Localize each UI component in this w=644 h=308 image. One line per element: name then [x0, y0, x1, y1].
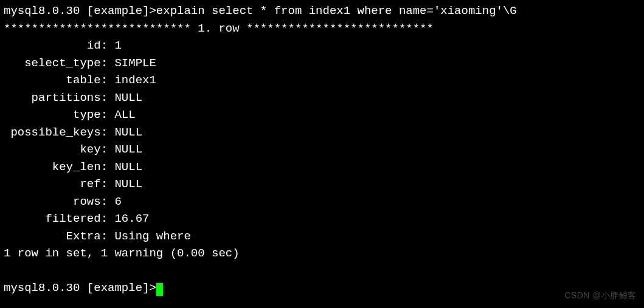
field-label: id — [4, 37, 101, 55]
explain-field-row: partitions: NULL — [4, 89, 640, 107]
watermark-text: CSDN @小胖鲸客 — [564, 289, 637, 302]
explain-field-row: select_type: SIMPLE — [4, 55, 640, 72]
explain-field-row: id: 1 — [4, 37, 640, 55]
next-prompt-line[interactable]: mysql8.0.30 [example]> — [4, 279, 640, 297]
field-separator: : — [101, 193, 115, 211]
explain-field-row: table: index1 — [4, 72, 640, 89]
field-label: possible_keys — [4, 124, 101, 142]
field-label: select_type — [4, 55, 101, 72]
field-value: SIMPLE — [114, 55, 640, 72]
explain-field-row: rows: 6 — [4, 193, 640, 211]
field-separator: : — [101, 106, 115, 124]
field-value: 16.67 — [114, 210, 640, 228]
result-summary: 1 row in set, 1 warning (0.00 sec) — [4, 245, 640, 262]
field-separator: : — [101, 141, 115, 159]
explain-field-row: filtered: 16.67 — [4, 210, 640, 228]
prompt-text: mysql8.0.30 [example]> — [4, 4, 156, 18]
explain-field-row: type: ALL — [4, 106, 640, 124]
field-separator: : — [101, 159, 115, 176]
field-label: key — [4, 141, 101, 159]
explain-field-row: ref: NULL — [4, 176, 640, 193]
field-label: Extra — [4, 228, 101, 245]
field-separator: : — [101, 89, 115, 107]
field-separator: : — [101, 55, 115, 72]
prompt-text-2: mysql8.0.30 [example]> — [4, 281, 156, 295]
field-separator: : — [101, 37, 115, 55]
field-label: partitions — [4, 89, 101, 107]
explain-output: id: 1select_type: SIMPLEtable: index1par… — [4, 37, 640, 245]
blank-line — [4, 262, 640, 280]
field-value: NULL — [114, 124, 640, 142]
explain-field-row: key_len: NULL — [4, 159, 640, 176]
field-value: 1 — [114, 37, 640, 55]
field-label: rows — [4, 193, 101, 211]
field-separator: : — [101, 72, 115, 89]
field-value: NULL — [114, 89, 640, 107]
field-label: table — [4, 72, 101, 89]
field-value: Using where — [114, 228, 640, 245]
row-separator: *************************** 1. row *****… — [4, 20, 640, 38]
field-label: type — [4, 106, 101, 124]
command-line[interactable]: mysql8.0.30 [example]>explain select * f… — [4, 2, 640, 20]
field-value: NULL — [114, 141, 640, 159]
field-label: ref — [4, 176, 101, 193]
field-value: NULL — [114, 159, 640, 176]
field-value: 6 — [114, 193, 640, 211]
field-value: NULL — [114, 176, 640, 193]
field-separator: : — [101, 210, 115, 228]
explain-field-row: key: NULL — [4, 141, 640, 159]
field-separator: : — [101, 124, 115, 142]
explain-field-row: possible_keys: NULL — [4, 124, 640, 142]
field-value: index1 — [114, 72, 640, 89]
field-separator: : — [101, 176, 115, 193]
cursor-icon — [156, 283, 163, 296]
field-separator: : — [101, 228, 115, 245]
sql-command: explain select * from index1 where name=… — [156, 4, 517, 18]
field-label: key_len — [4, 159, 101, 176]
explain-field-row: Extra: Using where — [4, 228, 640, 245]
field-value: ALL — [114, 106, 640, 124]
field-label: filtered — [4, 210, 101, 228]
